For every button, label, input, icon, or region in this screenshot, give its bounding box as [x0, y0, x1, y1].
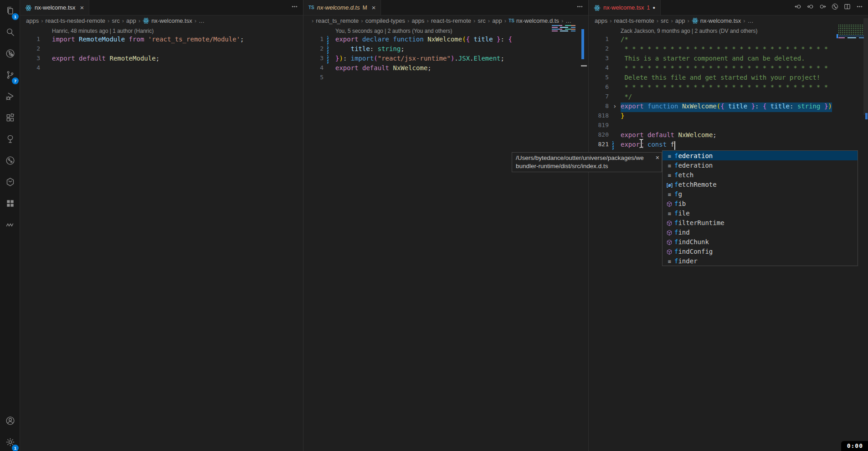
suggest-item-fib[interactable]: fib — [663, 199, 858, 208]
extension-grid-icon[interactable] — [0, 193, 20, 214]
code-text: title: string; — [335, 45, 405, 55]
line-number: 821 — [590, 141, 609, 150]
code-line-4: 4 — [21, 64, 303, 74]
method-suggestion-icon — [666, 248, 673, 255]
method-suggestion-icon — [666, 219, 673, 226]
graph-icon[interactable] — [831, 3, 839, 12]
breadcrumb-item[interactable]: react-ts-remote — [614, 17, 654, 24]
suggest-item-fetchRemote[interactable]: [ø]fetchRemote — [663, 179, 858, 189]
split-icon[interactable] — [843, 3, 851, 12]
suggest-item-federation[interactable]: ≡federation — [663, 151, 858, 160]
extension-squiggle-icon[interactable] — [0, 214, 20, 236]
close-tab-icon[interactable]: × — [372, 4, 376, 11]
tab-nx-welcome.d.ts[interactable]: TSnx-welcome.d.tsM× — [303, 0, 381, 15]
dirty-indicator-icon[interactable]: ● — [652, 5, 655, 10]
code-line-3: 3 This is a starter component and can be… — [590, 55, 868, 64]
scrollbar[interactable] — [863, 18, 868, 115]
line-number: 820 — [590, 131, 609, 141]
breadcrumb-item[interactable]: apps — [595, 17, 607, 24]
breadcrumb: apps›react-ts-remote›src›app›nx-welcome.… — [589, 15, 868, 26]
breadcrumb-overflow[interactable]: … — [565, 17, 571, 24]
suggest-item-find[interactable]: find — [663, 227, 858, 237]
more-icon[interactable] — [291, 3, 298, 12]
explorer-icon[interactable]: 1 — [0, 0, 20, 21]
code-text: export declare function NxWelcome({ titl… — [335, 36, 512, 45]
prev-change-icon[interactable] — [794, 3, 802, 12]
run-and-debug-icon[interactable] — [0, 86, 20, 107]
git-modified-gutter — [612, 141, 614, 150]
minimap[interactable] — [552, 25, 575, 32]
breadcrumb-item[interactable]: app — [675, 17, 685, 24]
breadcrumb-item[interactable]: react_ts_remote — [316, 17, 359, 24]
code-line-2: 2 * * * * * * * * * * * * * * * * * * * … — [590, 45, 868, 55]
suggest-item-finder[interactable]: ≡finder — [663, 256, 858, 266]
manage-icon[interactable]: 1 — [0, 431, 20, 451]
breadcrumb-item[interactable]: react-ts-nested-remote — [46, 17, 106, 24]
close-icon[interactable]: × — [656, 154, 659, 162]
line-number: 3 — [305, 55, 324, 64]
more-icon[interactable] — [576, 3, 584, 12]
suggest-item-file[interactable]: ≡file — [663, 208, 858, 218]
source-control-icon[interactable]: 7 — [0, 64, 20, 86]
todo-tree-icon[interactable] — [0, 128, 20, 150]
codelens-blame[interactable]: Hanric, 48 minutes ago | 1 author (Hanri… — [20, 26, 303, 36]
suggest-item-federation[interactable]: ≡federation — [663, 160, 858, 170]
breadcrumb-file[interactable]: nx-welcome.tsx — [143, 17, 192, 24]
code-line-5: 5 — [305, 74, 588, 83]
code-line-818: 818} — [590, 112, 868, 122]
breadcrumb-file[interactable]: nx-welcome.tsx — [692, 17, 741, 24]
change-dot-icon[interactable] — [806, 3, 814, 12]
breadcrumb-item[interactable]: compiled-types — [365, 17, 405, 24]
code-text: export default NxWelcome; — [335, 64, 431, 74]
line-number: 5 — [305, 74, 324, 83]
breadcrumb-file[interactable]: TSnx-welcome.d.ts — [508, 17, 559, 24]
method-suggestion-icon — [666, 200, 673, 207]
gitlens-icon[interactable] — [0, 43, 20, 64]
fold-chevron-icon[interactable]: › — [613, 102, 616, 110]
suggest-item-findChunk[interactable]: findChunk — [663, 237, 858, 246]
breadcrumb-item[interactable]: src — [478, 17, 485, 24]
editor[interactable]: You, 5 seconds ago | 2 authors (You and … — [303, 26, 588, 451]
extension-hexagon-icon[interactable] — [0, 171, 20, 193]
extensions-icon[interactable] — [0, 107, 20, 128]
code-line-1: 1export declare function NxWelcome({ tit… — [305, 36, 588, 45]
git-graph-icon[interactable] — [0, 150, 20, 171]
code-text: This is a starter component and can be d… — [621, 55, 805, 64]
text-suggestion-icon: ≡ — [668, 191, 671, 198]
line-number: 4 — [305, 64, 324, 74]
overview-ruler-modified-mark — [865, 113, 868, 119]
close-tab-icon[interactable]: × — [80, 4, 84, 11]
mouse-ibeam-cursor — [638, 138, 645, 151]
next-change-icon[interactable] — [819, 3, 827, 12]
code-text: export function NxWelcome({ title }: { t… — [621, 102, 832, 112]
react-file-icon — [143, 17, 149, 24]
line-number: 7 — [590, 93, 609, 102]
suggest-item-filterRuntime[interactable]: filterRuntime — [663, 218, 858, 227]
line-number: 4 — [21, 64, 40, 74]
breadcrumb-item[interactable]: app — [126, 17, 136, 24]
suggest-item-fg[interactable]: ≡fg — [663, 189, 858, 199]
tab-nx-welcome.tsx[interactable]: nx-welcome.tsx× — [20, 0, 89, 15]
path-tooltip: /Users/bytedance/outter/universe/package… — [512, 152, 662, 172]
breadcrumb-item[interactable]: react-ts-remote — [431, 17, 471, 24]
minimap[interactable] — [838, 25, 864, 40]
breadcrumb-overflow[interactable]: … — [199, 17, 205, 24]
overview-ruler-modified-mark[interactable] — [581, 29, 584, 59]
editor[interactable]: Hanric, 48 minutes ago | 1 author (Hanri… — [20, 26, 303, 451]
editor-group-1: nx-welcome.tsx× apps›react-ts-nested-rem… — [20, 0, 303, 451]
breadcrumb-item[interactable]: apps — [26, 17, 39, 24]
suggest-item-findConfig[interactable]: findConfig — [663, 246, 858, 256]
breadcrumb-item[interactable]: apps — [411, 17, 424, 24]
tab-nx-welcome.tsx[interactable]: nx-welcome.tsx1● — [589, 0, 661, 15]
search-icon[interactable] — [0, 21, 20, 43]
breadcrumb-item[interactable]: app — [492, 17, 502, 24]
activity-bar: 17 1 — [0, 0, 20, 451]
codelens-blame[interactable]: You, 5 seconds ago | 2 authors (You and … — [303, 26, 588, 36]
suggest-item-fetch[interactable]: ≡fetch — [663, 170, 858, 179]
more-icon[interactable] — [856, 3, 863, 12]
breadcrumb-overflow[interactable]: … — [748, 17, 754, 24]
breadcrumb-item[interactable]: src — [112, 17, 119, 24]
codelens-blame[interactable]: Zack Jackson, 9 months ago | 2 authors (… — [589, 26, 868, 36]
accounts-icon[interactable] — [0, 410, 20, 431]
breadcrumb-item[interactable]: src — [661, 17, 668, 24]
